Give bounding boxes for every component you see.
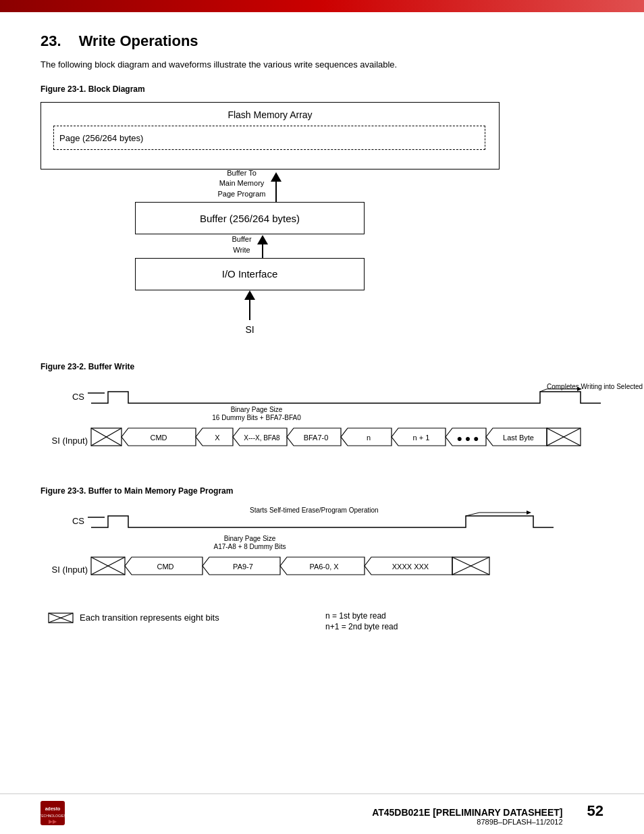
- figure2-container: Figure 23-2. Buffer Write CS Completes W…: [41, 362, 603, 459]
- adesto-logo: adesto TECHNOLOGIES ▶▶: [41, 801, 95, 828]
- buffer-box: Buffer (256/264 bytes): [135, 202, 365, 234]
- svg-text:SI (Input): SI (Input): [52, 565, 88, 575]
- bd-center: Buffer ToMain MemoryPage Program Buffer …: [135, 170, 365, 335]
- svg-text:PA9-7: PA9-7: [233, 563, 253, 571]
- svg-text:SI (Input): SI (Input): [52, 436, 88, 446]
- svg-text:Binary Page Size: Binary Page Size: [231, 406, 283, 413]
- section-title: 23. Write Operations: [41, 32, 603, 50]
- svg-marker-36: [527, 511, 531, 515]
- page-bytes-label: Page (256/264 bytes): [59, 133, 143, 143]
- svg-text:16 Dummy Bits + BFA7-BFA0: 16 Dummy Bits + BFA7-BFA0: [212, 414, 301, 421]
- arrow-up-buffer: [257, 235, 268, 244]
- si-label: SI: [245, 324, 254, 335]
- figure1-container: Figure 23-1. Block Diagram Flash Memory …: [41, 84, 603, 335]
- footer-sub: 8789B–DFLASH–11/2012: [477, 818, 562, 826]
- figure2-label: Figure 23-2. Buffer Write: [41, 362, 603, 371]
- figure3-container: Figure 23-3. Buffer to Main Memory Page …: [41, 486, 603, 633]
- svg-text:▶▶: ▶▶: [49, 818, 57, 825]
- svg-text:X: X: [215, 434, 220, 442]
- si3-hatch-start: [91, 557, 125, 575]
- footer: adesto TECHNOLOGIES ▶▶ AT45DB021E [PRELI…: [0, 793, 644, 834]
- figure1-label: Figure 23-1. Block Diagram: [41, 84, 603, 94]
- figure3-label: Figure 23-3. Buffer to Main Memory Page …: [41, 486, 603, 496]
- footer-title: AT45DB021E [PRELIMINARY DATASHEET]: [372, 807, 562, 818]
- si-hatch-end: [547, 428, 581, 446]
- svg-text:Starts Self-timed Erase/Progra: Starts Self-timed Erase/Program Operatio…: [250, 506, 379, 514]
- legend-right: n = 1st byte read n+1 = 2nd byte read: [325, 611, 603, 633]
- logo-area: adesto TECHNOLOGIES ▶▶: [41, 801, 95, 828]
- flash-memory-label: Flash Memory Array: [41, 103, 499, 120]
- svg-text:● ● ●: ● ● ●: [456, 433, 479, 444]
- svg-text:TECHNOLOGIES: TECHNOLOGIES: [41, 814, 67, 818]
- svg-text:Binary Page Size: Binary Page Size: [224, 535, 276, 542]
- svg-text:CMD: CMD: [150, 434, 167, 442]
- io-label: I/O Interface: [222, 268, 278, 280]
- si-hatch-start: [91, 428, 122, 446]
- svg-text:Last Byte: Last Byte: [503, 434, 534, 442]
- io-box: I/O Interface: [135, 258, 365, 290]
- svg-text:XXXX XXX: XXXX XXX: [392, 563, 429, 571]
- transition-icon: [47, 611, 74, 625]
- svg-text:A17-A8 + 8 Dummy Bits: A17-A8 + 8 Dummy Bits: [214, 543, 286, 550]
- arrow-line-3: [249, 300, 250, 320]
- section-number: 23.: [41, 32, 61, 49]
- top-bar: [0, 0, 644, 12]
- section-title-text: Write Operations: [79, 32, 198, 49]
- flash-memory-box: Flash Memory Array Page (256/264 bytes): [41, 102, 500, 170]
- svg-text:CS: CS: [72, 516, 84, 526]
- legend-area: Each transition represents eight bits n …: [47, 611, 603, 633]
- note-n1: n+1 = 2nd byte read: [325, 622, 603, 631]
- svg-text:PA6-0, X: PA6-0, X: [309, 563, 339, 571]
- figure3-waveform: CS Starts Self-timed Erase/Program Opera…: [47, 504, 601, 598]
- arrow-up-io: [244, 290, 255, 300]
- svg-text:n + 1: n + 1: [413, 434, 430, 442]
- legend-row: Each transition represents eight bits: [47, 611, 325, 625]
- note-n: n = 1st byte read: [325, 611, 603, 621]
- buffer-label: Buffer (256/264 bytes): [200, 213, 300, 224]
- legend-left: Each transition represents eight bits: [47, 611, 325, 633]
- arrow-line-2: [262, 244, 263, 258]
- svg-text:n: n: [367, 434, 371, 442]
- intro-text: The following block diagram and waveform…: [41, 59, 603, 70]
- svg-text:adesto: adesto: [45, 806, 61, 811]
- buffer-write-label: BufferWrite: [232, 234, 251, 255]
- block-diagram: Flash Memory Array Page (256/264 bytes) …: [41, 102, 603, 335]
- page-content: 23. Write Operations The following block…: [0, 12, 644, 700]
- legend-transition-text: Each transition represents eight bits: [80, 613, 219, 623]
- buffer-to-main-label: Buffer ToMain MemoryPage Program: [218, 168, 266, 199]
- svg-text:CMD: CMD: [157, 563, 173, 571]
- svg-text:X---X, BFA8: X---X, BFA8: [244, 434, 280, 442]
- footer-right: AT45DB021E [PRELIMINARY DATASHEET] 8789B…: [372, 802, 603, 826]
- page-bytes-box: Page (256/264 bytes): [53, 126, 485, 150]
- arrow-up-flash: [271, 172, 281, 182]
- svg-text:BFA7-0: BFA7-0: [304, 434, 329, 442]
- figure2-waveform: CS Completes Writing into Selected Buffe…: [47, 380, 601, 457]
- si3-hatch-end: [452, 557, 489, 575]
- svg-text:CS: CS: [72, 392, 84, 402]
- footer-page: 52: [587, 802, 603, 820]
- arrow-line-1: [275, 182, 277, 202]
